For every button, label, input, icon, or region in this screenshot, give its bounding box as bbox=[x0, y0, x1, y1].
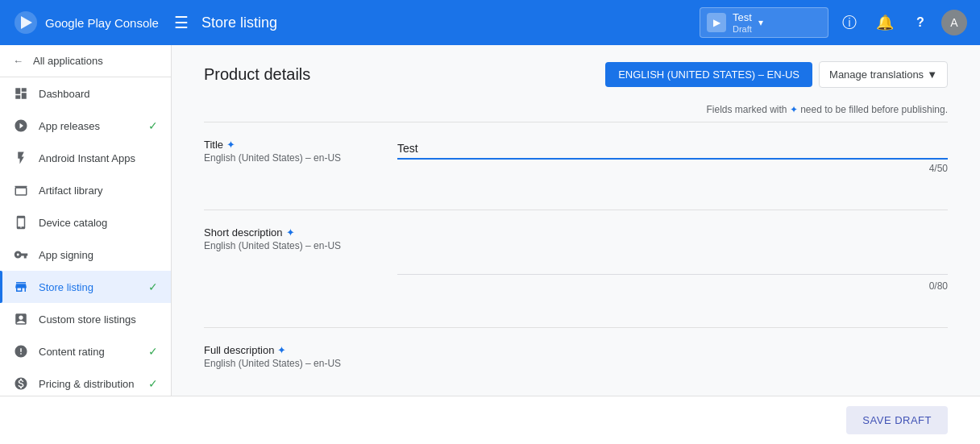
back-arrow-icon: ← bbox=[13, 55, 23, 67]
help-button[interactable]: ? bbox=[906, 8, 935, 37]
title-field: Title ✦ English (United States) – en-US … bbox=[204, 139, 948, 174]
topbar: Google Play Console ☰ Store listing ▶ Te… bbox=[0, 0, 980, 45]
fields-note-text2: need to be filled before publishing. bbox=[800, 104, 948, 115]
sidebar-item-label: Android Instant Apps bbox=[39, 152, 135, 164]
title-char-count: 4/50 bbox=[397, 163, 948, 174]
chevron-down-icon: ▼ bbox=[927, 68, 937, 81]
fields-note-text: Fields marked with bbox=[706, 104, 787, 115]
short-desc-input-col: 0/80 bbox=[397, 226, 948, 292]
content-area: Product details ENGLISH (UNITED STATES) … bbox=[172, 45, 980, 396]
app-selector-icon: ▶ bbox=[707, 13, 726, 32]
title-input[interactable] bbox=[397, 139, 948, 160]
releases-icon bbox=[13, 118, 29, 134]
required-asterisk: ✦ bbox=[790, 104, 800, 115]
sidebar-item-label: Custom store listings bbox=[39, 313, 136, 326]
title-sublabel: English (United States) – en-US bbox=[204, 152, 365, 164]
sidebar-item-android-instant-apps[interactable]: Android Instant Apps bbox=[0, 142, 171, 174]
short-desc-sublabel: English (United States) – en-US bbox=[204, 240, 365, 251]
sidebar-item-label: Pricing & distribution bbox=[39, 378, 135, 390]
app-title: Google Play Console bbox=[45, 16, 159, 30]
bottom-bar: SAVE DRAFT bbox=[0, 396, 980, 444]
notification-button[interactable]: 🔔 bbox=[870, 8, 899, 37]
save-draft-button[interactable]: SAVE DRAFT bbox=[846, 406, 948, 434]
chevron-down-icon: ▾ bbox=[758, 17, 763, 28]
app-selector[interactable]: ▶ Test Draft ▾ bbox=[700, 7, 828, 38]
manage-translations-label: Manage translations bbox=[829, 68, 924, 81]
check-icon: ✓ bbox=[148, 377, 158, 390]
sidebar-item-store-listing[interactable]: Store listing ✓ bbox=[0, 271, 171, 303]
check-icon: ✓ bbox=[148, 345, 158, 358]
check-icon: ✓ bbox=[148, 280, 158, 293]
title-input-col: 4/50 bbox=[397, 139, 948, 174]
title-label: Title ✦ bbox=[204, 139, 365, 151]
short-desc-char-count: 0/80 bbox=[397, 280, 948, 292]
pricing-icon bbox=[13, 376, 29, 392]
header-right-actions: ENGLISH (UNITED STATES) – EN-US Manage t… bbox=[605, 61, 948, 88]
sidebar-item-content-rating[interactable]: Content rating ✓ bbox=[0, 335, 171, 367]
sidebar-item-label: App signing bbox=[39, 249, 93, 261]
topbar-right: ▶ Test Draft ▾ ⓘ 🔔 ? A bbox=[700, 7, 967, 38]
artifact-icon bbox=[13, 182, 29, 198]
app-logo: Google Play Console bbox=[13, 10, 174, 35]
main-layout: ← All applications Dashboard App release… bbox=[0, 45, 980, 396]
full-desc-required-marker: ✦ bbox=[277, 344, 286, 356]
fields-note: Fields marked with ✦ need to be filled b… bbox=[172, 104, 980, 122]
sidebar-item-label: Content rating bbox=[39, 346, 105, 358]
full-desc-label: Full description ✦ bbox=[204, 344, 365, 356]
sidebar-item-label: Store listing bbox=[39, 281, 93, 293]
page-title: Store listing bbox=[201, 15, 700, 31]
device-icon bbox=[13, 214, 29, 230]
sidebar-item-label: Device catalog bbox=[39, 217, 107, 229]
sidebar-item-label: Dashboard bbox=[39, 88, 90, 100]
sidebar-item-artifact-library[interactable]: Artifact library bbox=[0, 174, 171, 206]
sidebar-back-label: All applications bbox=[33, 55, 103, 67]
product-header: Product details ENGLISH (UNITED STATES) … bbox=[172, 45, 980, 104]
language-button[interactable]: ENGLISH (UNITED STATES) – EN-US bbox=[605, 62, 812, 87]
full-desc-sublabel: English (United States) – en-US bbox=[204, 358, 365, 369]
title-form-section: Title ✦ English (United States) – en-US … bbox=[172, 122, 980, 210]
short-desc-label: Short description ✦ bbox=[204, 226, 365, 239]
app-selector-status: Draft bbox=[733, 24, 752, 34]
full-desc-form-section: Full description ✦ English (United State… bbox=[172, 328, 980, 396]
full-desc-label-col: Full description ✦ English (United State… bbox=[204, 344, 365, 396]
short-desc-form-section: Short description ✦ English (United Stat… bbox=[172, 210, 980, 327]
sidebar-item-dashboard[interactable]: Dashboard bbox=[0, 77, 171, 110]
app-selector-info: Test Draft bbox=[733, 11, 752, 34]
sidebar: ← All applications Dashboard App release… bbox=[0, 45, 172, 396]
dashboard-icon bbox=[13, 85, 29, 102]
short-desc-input[interactable] bbox=[397, 226, 948, 275]
short-desc-required-marker: ✦ bbox=[286, 226, 295, 239]
signing-icon bbox=[13, 247, 29, 263]
app-selector-name: Test bbox=[733, 11, 752, 24]
custom-icon bbox=[13, 311, 29, 327]
sidebar-item-app-signing[interactable]: App signing bbox=[0, 239, 171, 271]
avatar[interactable]: A bbox=[941, 10, 967, 35]
sidebar-item-custom-store-listings[interactable]: Custom store listings bbox=[0, 303, 171, 335]
full-desc-field: Full description ✦ English (United State… bbox=[204, 344, 948, 396]
sidebar-item-device-catalog[interactable]: Device catalog bbox=[0, 206, 171, 239]
full-desc-input-col: 0/4000 bbox=[397, 344, 948, 396]
title-label-col: Title ✦ English (United States) – en-US bbox=[204, 139, 365, 174]
product-details-title: Product details bbox=[204, 65, 310, 84]
manage-translations-button[interactable]: Manage translations ▼ bbox=[819, 61, 948, 88]
play-console-logo-icon bbox=[13, 10, 39, 35]
title-required-marker: ✦ bbox=[226, 139, 235, 151]
sidebar-item-label: Artifact library bbox=[39, 185, 102, 197]
short-desc-field: Short description ✦ English (United Stat… bbox=[204, 226, 948, 292]
rating-icon bbox=[13, 343, 29, 359]
sidebar-item-all-applications[interactable]: ← All applications bbox=[0, 45, 171, 77]
instant-icon bbox=[13, 150, 29, 166]
menu-icon[interactable]: ☰ bbox=[174, 13, 189, 32]
sidebar-item-label: App releases bbox=[39, 120, 100, 132]
store-icon bbox=[13, 279, 29, 295]
info-button[interactable]: ⓘ bbox=[835, 8, 864, 37]
sidebar-item-pricing-distribution[interactable]: Pricing & distribution ✓ bbox=[0, 367, 171, 396]
full-desc-input[interactable] bbox=[397, 344, 948, 396]
short-desc-label-col: Short description ✦ English (United Stat… bbox=[204, 226, 365, 292]
sidebar-item-app-releases[interactable]: App releases ✓ bbox=[0, 110, 171, 142]
check-icon: ✓ bbox=[148, 119, 158, 132]
